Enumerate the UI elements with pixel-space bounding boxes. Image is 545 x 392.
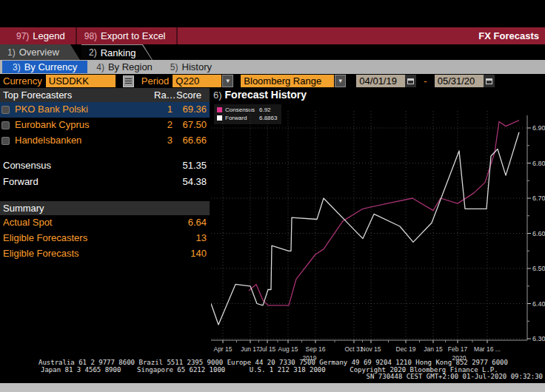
tab-ranking-face: 2) Ranking <box>81 45 152 60</box>
y-tick-label: 6.50 <box>532 265 545 272</box>
legend-button-key: 97) <box>16 31 29 41</box>
subtab-by-currency-label: By Currency <box>24 61 78 72</box>
subtab-by-currency[interactable]: 3) By Currency <box>2 61 87 73</box>
y-tick-label: 6.30 <box>532 335 545 342</box>
date-to-input[interactable]: 05/31/20 <box>435 75 484 87</box>
tab-ranking-key: 2) <box>89 47 97 58</box>
forecaster-name: Eurobank Cyprus <box>15 119 89 130</box>
subtab-history-key: 5) <box>170 62 178 72</box>
period-label: Period <box>141 75 170 87</box>
forward-row: Forward 54.38 <box>0 175 210 190</box>
terminal-screen: 97) Legend 98) Export to Excel FX Foreca… <box>0 0 545 392</box>
summary-rows: Actual Spot6.64Eligible Forecasters13Eli… <box>0 215 210 262</box>
forecaster-score: 69.36 <box>182 104 207 115</box>
export-button-key: 98) <box>84 31 97 41</box>
column-header-rank[interactable]: Ra… <box>154 89 176 101</box>
forecaster-name: Handelsbanken <box>15 135 81 146</box>
subtab-history-label: History <box>182 61 212 72</box>
range-select[interactable]: Bloomberg Range <box>241 75 334 87</box>
row-checkbox[interactable] <box>1 106 10 114</box>
x-tick-label: Jul 15 <box>259 345 276 353</box>
forecaster-rank: 2 <box>167 119 173 130</box>
forecaster-name: PKO Bank Polski <box>15 104 88 115</box>
subtab-history[interactable]: 5) History <box>161 61 221 73</box>
currency-label: Currency <box>3 75 42 87</box>
x-tick-label: Dec 19 <box>396 345 416 353</box>
y-tick-label: 6.80 <box>532 160 545 167</box>
footer-session-line: SN 730448 CEST GMT+2:00 01-Jul-2020 09:3… <box>0 373 545 380</box>
tab-row: 1) Overview 2) Ranking <box>0 44 545 60</box>
forecaster-score: 67.50 <box>182 119 207 130</box>
legend-button[interactable]: 97) Legend <box>0 27 77 44</box>
date-separator: - <box>424 75 427 87</box>
tab-overview[interactable]: 1) Overview <box>0 44 80 60</box>
summary-label: Actual Spot <box>3 217 53 228</box>
summary-value: 140 <box>190 248 207 259</box>
calendar-glyph <box>407 78 414 84</box>
row-checkbox[interactable] <box>1 137 10 145</box>
export-button-label: Export to Excel <box>101 30 165 41</box>
row-checkbox[interactable] <box>1 121 10 129</box>
ranking-panel: Top Forecasters Ra… Score PKO Bank Polsk… <box>0 88 210 379</box>
table-row[interactable]: Eurobank Cyprus267.50 <box>0 118 210 133</box>
currency-input[interactable]: USDDKK <box>46 75 116 87</box>
x-tick-label: Apr 15 <box>213 345 232 353</box>
export-to-excel-button[interactable]: 98) Export to Excel <box>77 27 178 44</box>
summary-row: Actual Spot6.64 <box>0 215 210 231</box>
x-tick-label: Feb 17 <box>448 345 468 353</box>
consensus-label: Consensus <box>3 160 51 171</box>
column-header-score[interactable]: Score <box>176 89 201 101</box>
date-from-calendar-icon[interactable] <box>405 75 416 87</box>
forecaster-rank: 3 <box>167 135 173 146</box>
calendar-glyph <box>486 78 492 84</box>
forward-label: Forward <box>3 176 39 187</box>
chart-title: 6)Forecast History <box>213 89 307 101</box>
period-input[interactable]: Q220 <box>173 75 221 87</box>
subtab-by-region[interactable]: 4) By Region <box>87 61 161 73</box>
summary-value: 6.64 <box>188 217 207 228</box>
subtab-by-region-key: 4) <box>96 62 104 72</box>
subtab-bar: 3) By Currency 4) By Region 5) History <box>0 60 545 74</box>
table-row[interactable]: Handelsbanken366.66 <box>0 133 210 149</box>
tab-overview-label: Overview <box>19 47 59 58</box>
function-title: FX Forecasts <box>478 27 545 44</box>
date-to-calendar-icon[interactable] <box>484 75 495 87</box>
legend-button-label: Legend <box>33 30 64 41</box>
summary-label: Eligible Forecasts <box>3 248 79 259</box>
forecaster-rank: 1 <box>167 104 173 115</box>
y-tick-label: 6.40 <box>532 300 545 308</box>
menu-bar: 97) Legend 98) Export to Excel FX Foreca… <box>0 27 545 44</box>
chart-title-label: Forecast History <box>225 89 307 101</box>
forward-value: 54.38 <box>182 176 207 187</box>
currency-list-icon[interactable] <box>123 75 134 87</box>
consensus-row: Consensus 51.35 <box>0 158 210 174</box>
forecaster-score: 66.66 <box>182 135 207 146</box>
column-header-name[interactable]: Top Forecasters <box>3 89 72 101</box>
summary-value: 13 <box>196 232 207 243</box>
y-tick-label: 6.60 <box>532 230 545 237</box>
chart-title-key: 6) <box>213 89 222 101</box>
tab-overview-key: 1) <box>7 47 16 58</box>
y-tick-label: 6.70 <box>532 195 545 202</box>
series-line-consensus <box>249 121 519 305</box>
x-tick-label: Jun 17 <box>241 345 260 353</box>
x-tick-label: Sep 16 <box>306 345 326 353</box>
summary-row: Eligible Forecasters13 <box>0 231 210 246</box>
range-dropdown-icon[interactable]: ▼ <box>335 75 346 87</box>
table-header: Top Forecasters Ra… Score <box>0 88 210 102</box>
date-from-input[interactable]: 04/01/19 <box>356 75 405 87</box>
bottom-gray-strip <box>0 383 545 392</box>
period-dropdown-icon[interactable]: ▼ <box>222 75 233 87</box>
summary-row: Eligible Forecasts140 <box>0 246 210 262</box>
table-row[interactable]: PKO Bank Polski169.36 <box>0 102 210 118</box>
forecaster-rows: PKO Bank Polski169.36Eurobank Cyprus267.… <box>0 102 210 149</box>
x-tick-label: Jan 15 <box>424 345 443 353</box>
footer-phone-line-1: Australia 61 2 9777 8600 Brazil 5511 239… <box>39 359 545 366</box>
consensus-value: 51.35 <box>182 160 207 171</box>
summary-label: Eligible Forecasters <box>3 232 87 243</box>
tab-ranking[interactable]: 2) Ranking <box>81 44 153 60</box>
forecast-history-chart[interactable]: 6.306.406.506.606.706.806.90Apr 15Jun 17… <box>211 111 545 365</box>
y-tick-label: 6.90 <box>532 124 545 132</box>
summary-header: Summary <box>0 201 210 215</box>
series-line-forward <box>211 132 519 325</box>
